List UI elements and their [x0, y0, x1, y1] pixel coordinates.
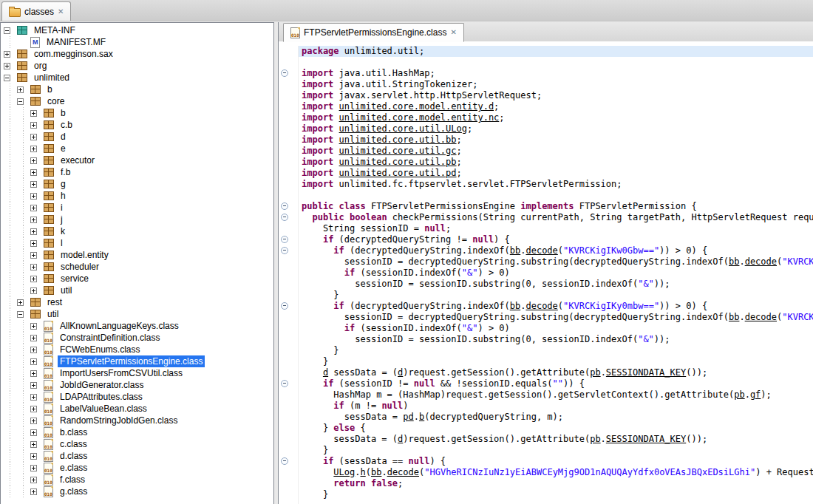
code-line[interactable]: if (decryptedQueryString.indexOf(bb.deco…	[279, 301, 813, 312]
tree-item[interactable]: JobIdGenerator.class	[1, 379, 273, 391]
code-line[interactable]: }	[279, 290, 813, 301]
tree-item[interactable]: LDAPAttributes.class	[1, 391, 273, 403]
code-line[interactable]: HashMap m = (HashMap)request.getSession(…	[279, 389, 813, 401]
fold-collapse-icon[interactable]	[281, 457, 288, 465]
code-line[interactable]: if (sessionID.indexOf("&") > 0)	[279, 268, 813, 279]
code-line[interactable]: }	[279, 345, 813, 356]
identifier-link[interactable]: bb	[729, 256, 739, 267]
identifier-link[interactable]: bb	[729, 312, 739, 322]
tree-item[interactable]: AllKnownLanguageKeys.class	[1, 320, 273, 332]
tree-item[interactable]: j	[1, 214, 273, 225]
code-line[interactable]: import unlimited.core.util.ULog;	[279, 123, 813, 134]
expand-icon[interactable]	[30, 418, 37, 424]
identifier-link[interactable]: ULog	[333, 467, 355, 477]
identifier-link[interactable]: decode	[745, 256, 777, 267]
code-line[interactable]: } else {	[279, 423, 813, 434]
expand-icon[interactable]	[17, 299, 24, 306]
tree-item[interactable]: l	[1, 237, 273, 249]
fold-collapse-icon[interactable]	[281, 69, 288, 77]
tree-item[interactable]: org	[1, 60, 273, 72]
code-line[interactable]: }	[279, 445, 813, 456]
code-line[interactable]: d sessData = (d)request.getSession().get…	[279, 367, 813, 378]
identifier-link[interactable]: decode	[387, 467, 419, 477]
expand-icon[interactable]	[30, 110, 37, 117]
tree-item[interactable]: c.b	[1, 119, 273, 131]
tree-item[interactable]: f.class	[1, 474, 273, 486]
expand-icon[interactable]	[30, 134, 37, 140]
expand-icon[interactable]	[17, 86, 24, 93]
tree-item[interactable]: META-INF	[1, 24, 273, 36]
identifier-link[interactable]: pb	[590, 434, 600, 444]
code-line[interactable]: import java.util.StringTokenizer;	[279, 79, 813, 90]
tab-ftpservletpermissionsengine[interactable]: FTPServletPermissionsEngine.class ✕	[283, 23, 464, 42]
expand-icon[interactable]	[30, 157, 37, 164]
expand-icon[interactable]	[30, 122, 37, 129]
code-line[interactable]: import unlimited.core.util.pd;	[279, 168, 813, 179]
code-line[interactable]: sessionID = decryptedQueryString.substri…	[279, 312, 813, 323]
tree-item[interactable]: b	[1, 84, 273, 95]
expand-icon[interactable]	[30, 264, 37, 270]
expand-icon[interactable]	[30, 287, 37, 294]
code-line[interactable]	[279, 57, 813, 68]
tree-item[interactable]: scheduler	[1, 261, 273, 273]
tree-item[interactable]: rest	[1, 296, 273, 308]
tree-item[interactable]: FCWebEnums.class	[1, 344, 273, 355]
expand-icon[interactable]	[30, 394, 37, 401]
code-line[interactable]	[279, 500, 813, 504]
close-icon[interactable]: ✕	[58, 8, 64, 16]
tree-item[interactable]: g	[1, 178, 273, 190]
code-line[interactable]: import unlimited.core.util.gc;	[279, 146, 813, 157]
expand-icon[interactable]	[30, 205, 37, 211]
code-line[interactable]	[279, 190, 813, 201]
tab-classes[interactable]: classes ✕	[1, 1, 71, 21]
expand-icon[interactable]	[30, 169, 37, 176]
identifier-link[interactable]: decode	[525, 245, 557, 256]
expand-icon[interactable]	[30, 217, 37, 223]
code-line[interactable]: import unlimited.fc.ftpservlet.servlet.F…	[279, 179, 813, 190]
code-line[interactable]: if (m != null)	[279, 401, 813, 412]
tree-item[interactable]: util	[1, 308, 273, 320]
code-line[interactable]: sessData = pd.b(decryptedQueryString, m)…	[279, 412, 813, 423]
tree-item[interactable]: d.class	[1, 450, 273, 462]
tree-item[interactable]: b	[1, 107, 273, 119]
identifier-link[interactable]: pb	[734, 389, 744, 400]
tree-item[interactable]: k	[1, 225, 273, 237]
code-line[interactable]: if (decryptedQueryString != null) {	[279, 234, 813, 245]
identifier-link[interactable]: SESSIONDATA_KEY	[606, 434, 686, 444]
expand-icon[interactable]	[30, 488, 37, 495]
expand-icon[interactable]	[30, 335, 37, 341]
code-line[interactable]: sessionID = sessionID.substring(0, sessi…	[279, 334, 813, 345]
expand-icon[interactable]	[30, 429, 37, 436]
identifier-link[interactable]: h	[361, 467, 366, 477]
fold-collapse-icon[interactable]	[281, 302, 288, 310]
expand-icon[interactable]	[30, 465, 37, 471]
identifier-link[interactable]: pd	[403, 412, 413, 422]
expand-icon[interactable]	[30, 193, 37, 200]
expand-icon[interactable]	[30, 252, 37, 259]
code-line[interactable]: String sessionID = null;	[279, 223, 813, 234]
code-line[interactable]: }	[279, 489, 813, 500]
expand-icon[interactable]	[30, 358, 37, 365]
expand-icon[interactable]	[30, 382, 37, 389]
collapse-icon[interactable]	[4, 75, 10, 81]
tree-item[interactable]: ConstraintDefinition.class	[1, 332, 273, 344]
code-line[interactable]: import unlimited.core.util.bb;	[279, 134, 813, 146]
expand-icon[interactable]	[30, 477, 37, 483]
tree-item[interactable]: i	[1, 202, 273, 214]
identifier-link[interactable]: decode	[745, 312, 777, 322]
code-line[interactable]: sessionID = decryptedQueryString.substri…	[279, 256, 813, 268]
tree-item[interactable]: unlimited	[1, 72, 273, 84]
expand-icon[interactable]	[30, 453, 37, 460]
code-line[interactable]: if (sessionID.indexOf("&") > 0)	[279, 323, 813, 334]
tree-item[interactable]: d	[1, 131, 273, 143]
identifier-link[interactable]: bb	[371, 467, 381, 477]
tree-item[interactable]: LabelValueBean.class	[1, 403, 273, 415]
expand-icon[interactable]	[4, 51, 10, 58]
tree-item[interactable]: c.class	[1, 438, 273, 450]
tree-item[interactable]: executor	[1, 154, 273, 166]
fold-collapse-icon[interactable]	[281, 202, 288, 210]
expand-icon[interactable]	[30, 240, 37, 247]
tree-item[interactable]: com.megginson.sax	[1, 48, 273, 60]
identifier-link[interactable]: unlimited.core.util.bb	[339, 134, 457, 145]
identifier-link[interactable]: bb	[510, 245, 520, 256]
